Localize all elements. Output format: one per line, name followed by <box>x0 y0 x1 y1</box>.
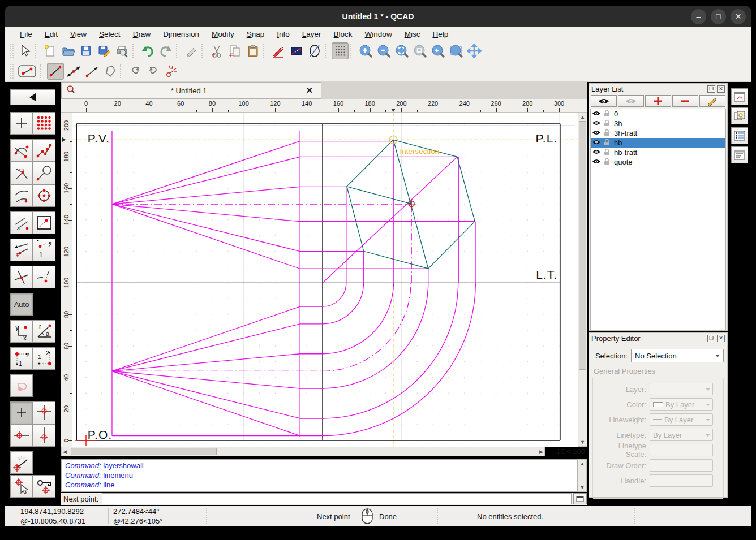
save-as-icon[interactable] <box>96 42 113 59</box>
pen-icon[interactable] <box>270 42 287 59</box>
redo-icon[interactable] <box>157 42 174 59</box>
paste-icon[interactable] <box>244 42 261 59</box>
selection-combobox[interactable]: No Selection <box>631 349 724 362</box>
close-button[interactable]: ✕ <box>731 9 746 24</box>
hide-all-layers-button[interactable] <box>618 95 644 107</box>
menu-misc[interactable]: Misc <box>398 29 427 40</box>
document-tab[interactable]: * Untitled 1 ✕ <box>61 82 321 99</box>
menu-edit[interactable]: Edit <box>38 29 64 40</box>
grid-toggle-icon[interactable] <box>332 42 349 59</box>
layer-row-quote[interactable]: quote <box>591 157 725 167</box>
horizontal-scrollbar[interactable]: ◀ ▶ <box>61 447 545 456</box>
zoom-in-icon[interactable] <box>357 42 374 59</box>
scroll-up-icon[interactable]: ▲ <box>578 114 587 120</box>
snap-restart-icon[interactable] <box>163 63 180 80</box>
tool-point[interactable] <box>10 112 33 135</box>
lock-icon[interactable] <box>603 139 611 148</box>
eye-icon[interactable] <box>592 119 601 128</box>
tool-circle-center[interactable] <box>33 184 55 207</box>
scroll-down-icon[interactable]: ▼ <box>578 439 587 445</box>
tool-tangent-two[interactable] <box>10 239 33 261</box>
pan-icon[interactable] <box>466 42 483 59</box>
tool-circle-tangent[interactable] <box>33 162 55 184</box>
cut-icon[interactable] <box>208 42 225 59</box>
menu-snap[interactable]: Snap <box>240 29 271 40</box>
cmd-scroll-down-icon[interactable]: ▼ <box>578 485 586 490</box>
zoom-out-icon[interactable] <box>375 42 392 59</box>
panel-close-icon[interactable]: ✕ <box>717 85 725 93</box>
eye-icon[interactable] <box>592 129 601 137</box>
undo-segment-icon[interactable] <box>127 63 144 80</box>
line-back-icon[interactable] <box>16 63 38 80</box>
tool-snap-angle[interactable] <box>10 451 33 474</box>
menu-help[interactable]: Help <box>426 29 454 40</box>
toolbar-drag-handle[interactable] <box>10 64 14 79</box>
layer-row-0[interactable]: 0 <box>591 109 725 119</box>
scroll-left-icon[interactable]: ◀ <box>63 449 67 455</box>
lock-icon[interactable] <box>603 119 611 128</box>
tool-line-box[interactable] <box>33 211 55 234</box>
new-file-icon[interactable] <box>41 42 58 59</box>
edit-layer-button[interactable] <box>699 95 725 107</box>
maximize-button[interactable]: □ <box>711 9 726 24</box>
tool-coord-xy[interactable]: yx <box>10 320 33 343</box>
cursor-icon[interactable] <box>16 42 33 59</box>
print-preview-icon[interactable] <box>114 42 131 59</box>
zoom-previous-icon[interactable] <box>429 42 446 59</box>
tool-coord-polar[interactable]: ra <box>33 320 55 343</box>
ellipse-none-icon[interactable] <box>306 42 323 59</box>
dock-block-list-button[interactable] <box>731 107 748 124</box>
tool-restrict-none[interactable] <box>10 401 33 424</box>
remove-layer-button[interactable] <box>672 95 698 107</box>
save-icon[interactable] <box>78 42 94 59</box>
add-layer-button[interactable] <box>645 95 671 107</box>
tab-close-icon[interactable]: ✕ <box>302 85 316 96</box>
tool-point-grid[interactable] <box>33 112 55 135</box>
tool-restrict-v[interactable] <box>33 424 55 447</box>
lock-icon[interactable] <box>603 110 611 119</box>
horizontal-scroll-thumb[interactable] <box>71 448 217 455</box>
tool-two-arcs[interactable] <box>10 184 33 207</box>
layer-row-hb[interactable]: hb <box>591 138 725 148</box>
lock-icon[interactable] <box>603 148 611 157</box>
menu-info[interactable]: Info <box>270 29 296 40</box>
tool-back[interactable] <box>10 89 55 105</box>
line-2points-icon[interactable] <box>47 63 64 80</box>
eye-icon[interactable] <box>592 158 601 166</box>
tool-snap-lock[interactable] <box>33 475 55 498</box>
tool-restrict-ortho[interactable] <box>33 401 55 424</box>
tool-tangent-point[interactable] <box>10 162 33 184</box>
menu-layer[interactable]: Layer <box>296 29 328 40</box>
panel-close-icon[interactable]: ✕ <box>717 335 725 342</box>
zoom-auto-icon[interactable] <box>393 42 410 59</box>
menu-draw[interactable]: Draw <box>127 29 157 40</box>
panel-float-icon[interactable]: ❐ <box>707 335 715 342</box>
dock-library-browser-button[interactable] <box>731 88 748 105</box>
tool-snap-cursor[interactable] <box>10 475 33 498</box>
tool-restrict-off-faded[interactable] <box>10 374 33 397</box>
minimize-button[interactable]: – <box>691 9 706 24</box>
zoom-window-icon[interactable] <box>448 42 465 59</box>
undo-icon[interactable] <box>139 42 156 59</box>
layer-row-3h[interactable]: 3h <box>591 119 725 128</box>
eraser-icon[interactable] <box>183 42 200 59</box>
selection-dots-icon[interactable] <box>288 42 305 59</box>
ray-icon[interactable] <box>83 63 100 80</box>
drawing-canvas[interactable]: P.V.P.L.L.T.P.O.Intersection <box>72 113 578 447</box>
layer-row-hb-tratt[interactable]: hb-tratt <box>591 148 725 157</box>
vertical-scroll-thumb[interactable] <box>579 121 586 370</box>
tool-rel-steps-b[interactable]: 12 <box>33 347 55 370</box>
tool-auto[interactable]: Auto <box>10 293 33 316</box>
cmd-scroll-up-icon[interactable]: ▲ <box>578 461 586 466</box>
layer-row-3h-tratt[interactable]: 3h-tratt <box>591 128 725 138</box>
command-window-button[interactable] <box>573 493 587 504</box>
command-scrollbar[interactable]: ▲ ▼ <box>578 459 587 492</box>
tool-restrict-h[interactable] <box>10 424 33 447</box>
menu-dimension[interactable]: Dimension <box>157 29 205 40</box>
tool-intersection[interactable] <box>10 266 33 288</box>
xline-icon[interactable] <box>65 63 82 80</box>
vertical-scrollbar[interactable]: ▲ ▼ <box>578 113 587 447</box>
eye-icon[interactable] <box>592 139 601 147</box>
panel-float-icon[interactable]: ❐ <box>707 85 715 93</box>
open-file-icon[interactable] <box>59 42 76 59</box>
